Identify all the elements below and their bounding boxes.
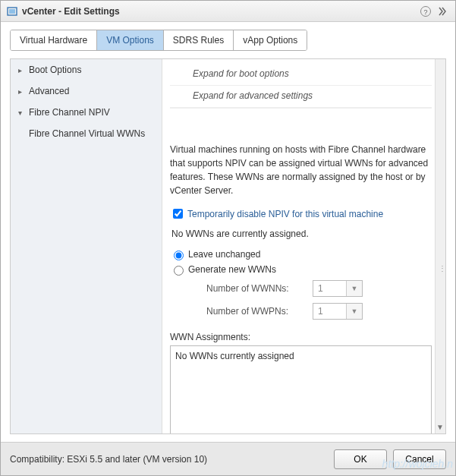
tab-bar: Virtual Hardware VM Options SDRS Rules v…	[10, 30, 307, 51]
disable-npiv-row: Temporarily disable NPIV for this virtua…	[170, 205, 432, 225]
wwpn-spinner[interactable]: 1 ▼	[313, 303, 363, 320]
caret-down-icon: ▾	[18, 109, 26, 117]
tree-label: Fibre Channel NPIV	[29, 107, 110, 118]
tab-vapp-options[interactable]: vApp Options	[234, 30, 307, 50]
disable-npiv-checkbox[interactable]	[173, 209, 183, 219]
tree-fibre-channel-npiv[interactable]: ▾ Fibre Channel NPIV	[11, 102, 162, 123]
tree-boot-options[interactable]: ▸ Boot Options	[11, 59, 162, 80]
npiv-header-space	[170, 108, 432, 129]
wwpn-label: Number of WWPNs:	[206, 306, 313, 317]
tree-fibre-channel-virtual-wwns[interactable]: Fibre Channel Virtual WWNs	[11, 123, 162, 144]
radio-leave-row: Leave unchanged	[170, 247, 432, 262]
wwn-assignments-box[interactable]: No WWNs currently assigned	[170, 345, 432, 433]
compatibility-text: Compatibility: ESXi 5.5 and later (VM ve…	[10, 454, 328, 465]
wwn-status: No WWNs are currently assigned.	[170, 225, 432, 247]
wwnn-label: Number of WWNNs:	[206, 283, 313, 294]
tab-sdrs-rules[interactable]: SDRS Rules	[164, 30, 234, 50]
wwpn-value: 1	[313, 304, 347, 319]
wwnn-row: Number of WWNNs: 1 ▼	[170, 277, 432, 300]
drag-handle-icon[interactable]: ⋮⋮	[439, 264, 445, 273]
npiv-description: Virtual machines running on hosts with F…	[170, 129, 432, 205]
settings-tree: ▸ Boot Options ▸ Advanced ▾ Fibre Channe…	[11, 59, 162, 433]
radio-leave-unchanged[interactable]	[174, 251, 184, 260]
app-icon	[7, 6, 17, 17]
boot-hint: Expand for boot options	[170, 64, 432, 86]
detail-pane: ▲ Expand for boot options Expand for adv…	[162, 59, 445, 433]
tab-virtual-hardware[interactable]: Virtual Hardware	[11, 30, 97, 50]
svg-rect-1	[9, 9, 15, 14]
tree-label: Advanced	[29, 86, 69, 96]
edit-settings-dialog: vCenter - Edit Settings ? Virtual Hardwa…	[0, 0, 456, 476]
wwn-assignments-text: No WWNs currently assigned	[175, 351, 294, 361]
chevron-down-icon[interactable]: ▼	[347, 304, 362, 319]
detail-inner: Expand for boot options Expand for advan…	[162, 59, 445, 433]
wwnn-spinner[interactable]: 1 ▼	[313, 280, 363, 297]
radio-leave-label: Leave unchanged	[188, 249, 260, 260]
content-area: ▸ Boot Options ▸ Advanced ▾ Fibre Channe…	[10, 58, 446, 434]
chevron-down-icon[interactable]: ▼	[347, 281, 362, 296]
expand-icon[interactable]	[436, 5, 449, 18]
scrollbar[interactable]	[435, 59, 445, 433]
wwn-assignments-label: WWN Assignments:	[170, 323, 432, 345]
wwpn-row: Number of WWPNs: 1 ▼	[170, 300, 432, 323]
disable-npiv-label: Temporarily disable NPIV for this virtua…	[187, 209, 383, 219]
titlebar: vCenter - Edit Settings ?	[1, 1, 455, 22]
scroll-down-icon[interactable]: ▼	[436, 423, 445, 432]
dialog-footer: Compatibility: ESXi 5.5 and later (VM ve…	[1, 442, 455, 475]
caret-right-icon: ▸	[18, 66, 26, 74]
ok-button[interactable]: OK	[334, 449, 387, 469]
tab-vm-options[interactable]: VM Options	[97, 30, 164, 50]
svg-text:?: ?	[423, 8, 427, 15]
radio-generate-new[interactable]	[174, 266, 184, 276]
caret-right-icon: ▸	[18, 87, 26, 96]
tree-label: Boot Options	[29, 65, 81, 75]
cancel-button[interactable]: Cancel	[393, 449, 446, 469]
help-icon[interactable]: ?	[419, 5, 432, 18]
radio-generate-row: Generate new WWNs	[170, 262, 432, 277]
advanced-hint: Expand for advanced settings	[170, 86, 432, 108]
wwnn-value: 1	[313, 281, 347, 296]
tree-advanced[interactable]: ▸ Advanced	[11, 80, 162, 102]
window-title: vCenter - Edit Settings	[22, 6, 416, 17]
radio-generate-label: Generate new WWNs	[188, 264, 276, 275]
dialog-body: Virtual Hardware VM Options SDRS Rules v…	[1, 22, 455, 442]
tree-label: Fibre Channel Virtual WWNs	[29, 128, 145, 139]
